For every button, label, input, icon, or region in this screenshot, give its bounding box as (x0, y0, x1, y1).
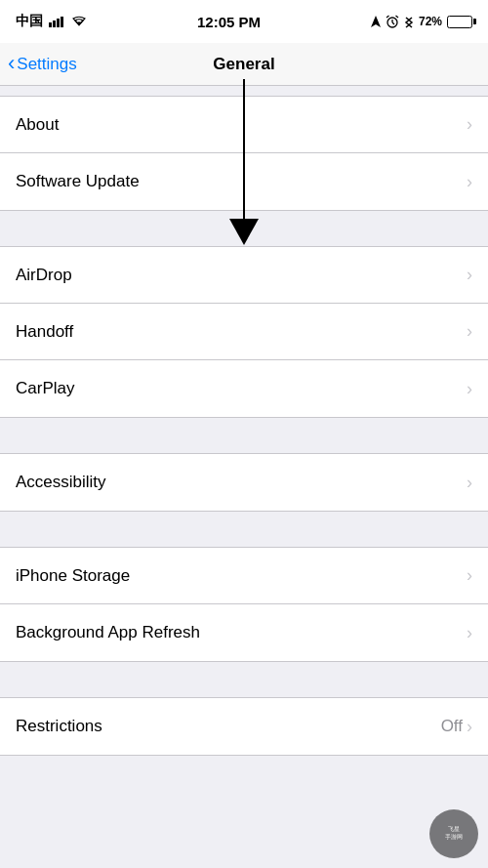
about-right: › (467, 114, 472, 135)
spacer3 (0, 512, 488, 547)
carplay-chevron-icon: › (467, 379, 472, 399)
svg-rect-1 (53, 21, 56, 27)
software-update-label: Software Update (16, 172, 140, 191)
software-update-chevron-icon: › (467, 172, 472, 192)
restrictions-value: Off (441, 717, 463, 736)
about-label: About (16, 115, 59, 135)
status-right: 72% (371, 15, 472, 28)
status-bar: 中国 12:05 PM (0, 0, 488, 43)
content-area: About › Software Update › (0, 86, 488, 775)
group1-spacer (0, 211, 488, 246)
battery-percent: 72% (419, 15, 442, 28)
handoff-right: › (467, 321, 472, 342)
svg-line-8 (395, 16, 398, 18)
airdrop-item[interactable]: AirDrop › (0, 247, 488, 304)
handoff-label: Handoff (16, 322, 73, 342)
restrictions-label: Restrictions (16, 717, 102, 736)
nav-back-button[interactable]: ‹ Settings (8, 54, 77, 74)
down-arrow-annotation (220, 74, 268, 255)
accessibility-item[interactable]: Accessibility › (0, 454, 488, 511)
carplay-label: CarPlay (16, 379, 74, 398)
restrictions-item[interactable]: Restrictions Off › (0, 698, 488, 755)
carrier-text: 中国 (16, 13, 43, 30)
bottom-spacer (0, 756, 488, 775)
wifi-icon (71, 16, 87, 27)
iphone-storage-item[interactable]: iPhone Storage › (0, 548, 488, 604)
svg-marker-10 (229, 219, 259, 245)
background-refresh-chevron-icon: › (467, 623, 472, 643)
svg-rect-3 (61, 17, 63, 27)
about-chevron-icon: › (467, 114, 472, 135)
spacer4 (0, 662, 488, 697)
status-left: 中国 (16, 13, 87, 30)
carplay-item[interactable]: CarPlay › (0, 360, 488, 417)
watermark: 飞星手游网 (429, 809, 478, 858)
watermark-text: 飞星手游网 (445, 826, 463, 842)
svg-rect-0 (49, 22, 52, 27)
signal-icon (49, 16, 65, 27)
accessibility-right: › (467, 473, 472, 493)
airdrop-chevron-icon: › (467, 265, 472, 285)
location-icon (371, 16, 381, 27)
nav-title: General (213, 55, 274, 74)
alarm-icon (386, 15, 399, 28)
group3: Accessibility › (0, 453, 488, 512)
iphone-storage-right: › (467, 565, 472, 586)
airdrop-right: › (467, 265, 472, 285)
iphone-storage-chevron-icon: › (467, 565, 472, 586)
spacer2 (0, 418, 488, 453)
svg-rect-2 (57, 19, 60, 27)
accessibility-label: Accessibility (16, 473, 106, 492)
handoff-item[interactable]: Handoff › (0, 304, 488, 360)
svg-line-6 (392, 22, 394, 24)
software-update-right: › (467, 172, 472, 192)
first-group: About › Software Update › (0, 86, 488, 246)
group5: Restrictions Off › (0, 697, 488, 756)
background-refresh-right: › (467, 623, 472, 643)
battery-icon (447, 16, 472, 28)
bluetooth-icon (404, 15, 414, 28)
page-wrapper: 中国 12:05 PM (0, 0, 488, 775)
iphone-storage-label: iPhone Storage (16, 566, 130, 586)
accessibility-chevron-icon: › (467, 473, 472, 493)
group2: AirDrop › Handoff › CarPlay › (0, 246, 488, 418)
background-refresh-label: Background App Refresh (16, 623, 200, 642)
airdrop-label: AirDrop (16, 266, 72, 285)
group4: iPhone Storage › Background App Refresh … (0, 547, 488, 662)
status-time: 12:05 PM (197, 14, 261, 30)
svg-line-7 (386, 16, 389, 18)
restrictions-chevron-icon: › (467, 717, 472, 737)
back-label: Settings (17, 55, 76, 74)
back-chevron-icon: ‹ (8, 53, 15, 74)
carplay-right: › (467, 379, 472, 399)
background-refresh-item[interactable]: Background App Refresh › (0, 604, 488, 661)
restrictions-right: Off › (441, 717, 472, 737)
handoff-chevron-icon: › (467, 321, 472, 342)
